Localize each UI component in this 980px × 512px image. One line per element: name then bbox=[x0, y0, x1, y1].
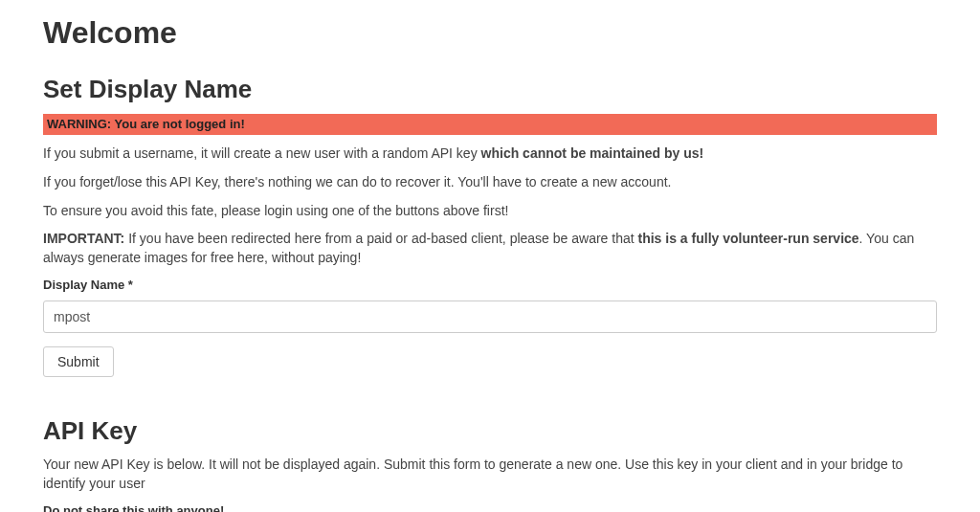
warning-not-logged-in: WARNING: You are not logged in! bbox=[43, 114, 937, 135]
info-create-user: If you submit a username, it will create… bbox=[43, 145, 937, 164]
info-login-first: To ensure you avoid this fate, please lo… bbox=[43, 202, 937, 221]
set-display-name-heading: Set Display Name bbox=[43, 72, 937, 106]
info-create-user-bold: which cannot be maintained by us! bbox=[481, 145, 704, 161]
info-create-user-text: If you submit a username, it will create… bbox=[43, 145, 481, 161]
info-lose-key: If you forget/lose this API Key, there's… bbox=[43, 173, 937, 192]
info-important: IMPORTANT: If you have been redirected h… bbox=[43, 230, 937, 267]
info-important-mid: If you have been redirected here from a … bbox=[124, 231, 637, 246]
api-key-description: Your new API Key is below. It will not b… bbox=[43, 456, 937, 493]
info-important-bold2: this is a fully volunteer-run service bbox=[638, 231, 859, 246]
info-important-label: IMPORTANT: bbox=[43, 231, 124, 246]
display-name-input[interactable] bbox=[43, 301, 937, 333]
api-key-heading: API Key bbox=[43, 413, 937, 448]
page-title: Welcome bbox=[43, 11, 937, 55]
api-key-no-share-warning: Do not share this with anyone! bbox=[43, 502, 937, 512]
display-name-label: Display Name * bbox=[43, 277, 937, 294]
submit-button[interactable]: Submit bbox=[43, 346, 114, 377]
